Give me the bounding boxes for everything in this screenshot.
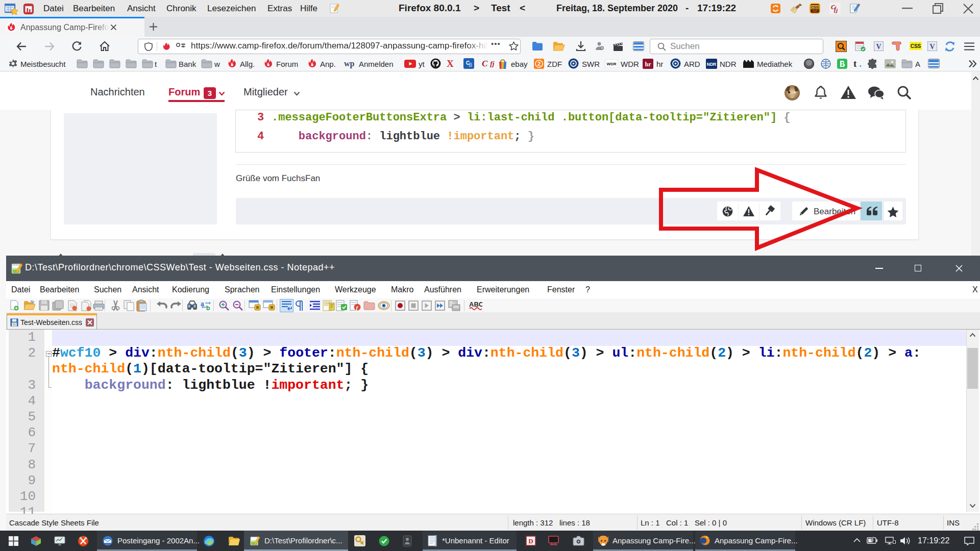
svg-text:V: V <box>876 43 881 51</box>
svg-text:B: B <box>469 62 472 68</box>
svg-text:CSS: CSS <box>811 6 819 9</box>
svg-text:NDR: NDR <box>707 62 716 67</box>
svg-text:b: b <box>206 305 210 311</box>
svg-text:D: D <box>528 537 533 545</box>
svg-text:hr: hr <box>645 61 652 68</box>
svg-text:WDR: WDR <box>606 62 616 66</box>
svg-text:2: 2 <box>537 61 541 67</box>
svg-text:ABC: ABC <box>469 300 482 308</box>
svg-text:V: V <box>929 43 935 51</box>
svg-text:CSS: CSS <box>911 43 921 49</box>
